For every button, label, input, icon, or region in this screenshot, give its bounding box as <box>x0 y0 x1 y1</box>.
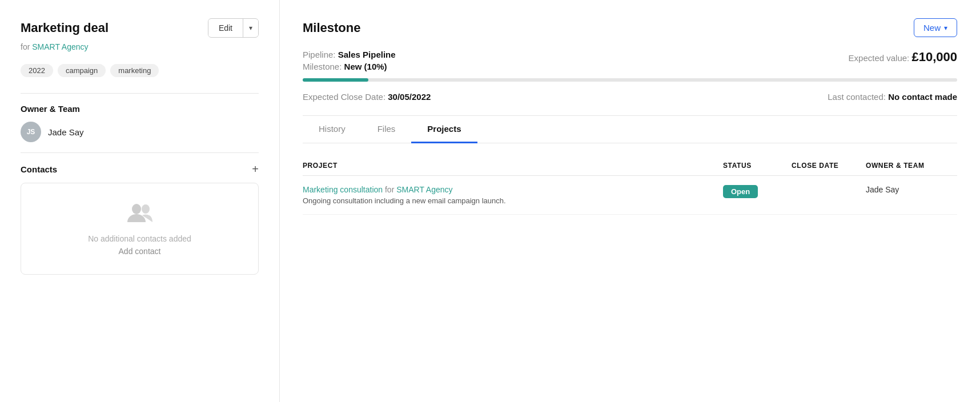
tag-marketing: marketing <box>110 64 159 77</box>
new-button-caret-icon: ▾ <box>944 24 947 32</box>
expected-value-label: Expected value: <box>849 53 910 63</box>
col-header-close-date: CLOSE DATE <box>792 157 866 176</box>
status-badge: Open <box>723 185 758 198</box>
owner-section-title: Owner & Team <box>21 104 259 114</box>
table-row: Marketing consultation for SMART Agency … <box>303 176 957 215</box>
last-contacted-value: No contact made <box>888 92 957 102</box>
milestone-header: Milestone New ▾ <box>303 18 957 37</box>
project-title-line: Marketing consultation for SMART Agency <box>303 185 716 194</box>
deal-title: Marketing deal <box>21 21 109 35</box>
col-header-owner: OWNER & TEAM <box>866 157 957 176</box>
last-contacted-info: Last contacted: No contact made <box>828 92 957 102</box>
close-date-label: Expected Close Date: <box>303 92 385 102</box>
tab-files[interactable]: Files <box>362 116 412 143</box>
edit-caret-button[interactable]: ▾ <box>243 20 258 36</box>
avatar: JS <box>21 122 41 142</box>
expected-value-section: Expected value: £10,000 <box>849 50 957 65</box>
project-cell: Marketing consultation for SMART Agency … <box>303 176 723 215</box>
tag-campaign: campaign <box>58 64 106 77</box>
tags-row: 2022 campaign marketing <box>21 64 259 77</box>
svg-point-0 <box>132 204 141 214</box>
pipeline-label: Pipeline: <box>303 50 336 59</box>
new-button-label: New <box>923 23 941 33</box>
project-company-link[interactable]: SMART Agency <box>396 185 452 194</box>
milestone-title: Milestone <box>303 21 360 35</box>
col-header-status: STATUS <box>723 157 792 176</box>
project-description: Ongoing consultation including a new ema… <box>303 196 716 205</box>
owner-row: JS Jade Say <box>21 122 259 142</box>
deal-title-row: Marketing deal Edit ▾ <box>21 18 259 38</box>
owner-cell: Jade Say <box>866 176 957 215</box>
col-header-project: PROJECT <box>303 157 723 176</box>
contacts-header: Contacts + <box>21 163 259 175</box>
new-button[interactable]: New ▾ <box>914 18 957 37</box>
milestone-value: New (10%) <box>344 62 387 71</box>
edit-button-group: Edit ▾ <box>208 18 259 38</box>
owner-name: Jade Say <box>48 127 84 137</box>
tab-history[interactable]: History <box>303 116 362 143</box>
close-date-cell <box>792 176 866 215</box>
progress-bar-container <box>303 78 957 82</box>
divider-1 <box>21 93 259 94</box>
last-contacted-label: Last contacted: <box>828 92 886 102</box>
expected-value-amount: £10,000 <box>911 50 957 64</box>
for-company: for SMART Agency <box>21 42 259 51</box>
status-cell: Open <box>723 176 792 215</box>
close-date-row: Expected Close Date: 30/05/2022 Last con… <box>303 92 957 102</box>
milestone-left: Pipeline: Sales Pipeline Milestone: New … <box>303 50 396 71</box>
contacts-add-link[interactable]: Add contact <box>30 247 249 256</box>
tab-projects[interactable]: Projects <box>411 116 477 143</box>
divider-2 <box>21 152 259 153</box>
contacts-title: Contacts <box>21 164 57 174</box>
contacts-icon <box>30 202 249 228</box>
close-date-value: 30/05/2022 <box>388 92 431 102</box>
project-for-text: for SMART Agency <box>385 185 453 194</box>
close-date-info: Expected Close Date: 30/05/2022 <box>303 92 431 102</box>
tag-2022: 2022 <box>21 64 53 77</box>
milestone-info-row: Pipeline: Sales Pipeline Milestone: New … <box>303 50 957 71</box>
left-panel: Marketing deal Edit ▾ for SMART Agency 2… <box>0 0 280 402</box>
right-panel: Milestone New ▾ Pipeline: Sales Pipeline… <box>280 0 980 402</box>
projects-table: PROJECT STATUS CLOSE DATE OWNER & TEAM M… <box>303 157 957 215</box>
company-link[interactable]: SMART Agency <box>32 42 88 51</box>
milestone-stage-info: Milestone: New (10%) <box>303 62 396 71</box>
pipeline-info: Pipeline: Sales Pipeline <box>303 50 396 59</box>
svg-point-1 <box>142 204 150 214</box>
milestone-label: Milestone: <box>303 62 342 71</box>
for-label: for <box>21 42 30 51</box>
tabs-row: History Files Projects <box>303 116 957 143</box>
progress-bar-fill <box>303 78 368 82</box>
edit-button[interactable]: Edit <box>208 19 243 37</box>
contacts-empty-text: No additional contacts added <box>30 234 249 243</box>
contacts-empty-card: No additional contacts added Add contact <box>21 183 259 275</box>
pipeline-value: Sales Pipeline <box>338 50 396 59</box>
project-link[interactable]: Marketing consultation <box>303 185 383 194</box>
add-contact-button[interactable]: + <box>252 163 259 175</box>
